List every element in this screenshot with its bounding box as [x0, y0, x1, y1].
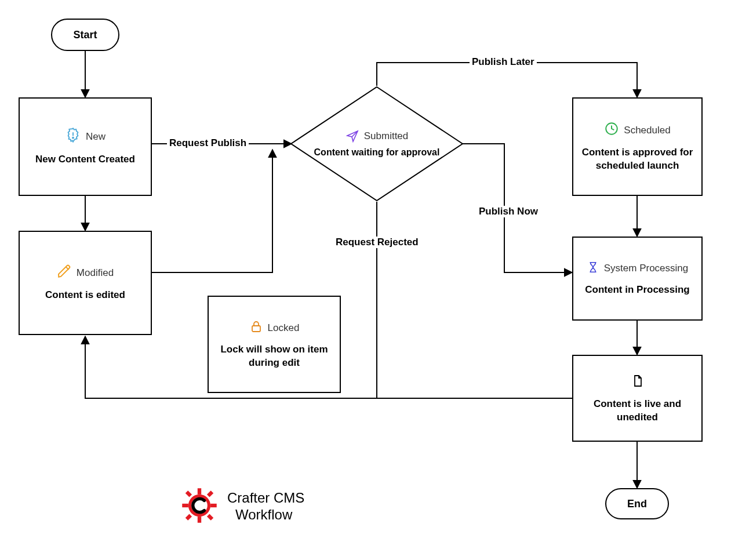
svg-rect-21 [186, 514, 192, 521]
new-icon-label: New [86, 131, 106, 143]
svg-rect-19 [186, 490, 192, 497]
svg-rect-22 [207, 514, 213, 521]
new-badge-icon [65, 127, 81, 146]
node-live: Content is live and unedited [572, 355, 703, 442]
start-terminator: Start [51, 19, 119, 51]
scheduled-icon-label: Scheduled [624, 125, 670, 136]
node-locked: Locked Lock will show on item during edi… [208, 296, 341, 393]
pencil-icon [57, 264, 72, 282]
node-modified: Modified Content is edited [19, 231, 152, 335]
lock-icon [249, 319, 263, 336]
node-scheduled: Scheduled Content is approved for schedu… [572, 97, 703, 196]
node-new: New New Content Created [19, 97, 152, 196]
processing-caption: Content in Processing [585, 283, 689, 296]
edge-publish-now: Publish Now [477, 206, 540, 217]
edge-request-publish: Request Publish [167, 137, 249, 149]
svg-point-8 [72, 137, 74, 139]
edge-publish-later: Publish Later [470, 56, 537, 68]
paper-plane-icon [345, 129, 359, 143]
submitted-icon-label: Submitted [364, 130, 409, 142]
svg-rect-20 [207, 490, 213, 497]
svg-rect-16 [198, 517, 201, 523]
locked-caption: Lock will show on item during edit [213, 343, 335, 369]
live-caption: Content is live and unedited [578, 398, 697, 423]
branding-line2: Workflow [227, 507, 304, 523]
svg-rect-10 [252, 326, 260, 332]
branding: Crafter CMS Workflow [180, 486, 304, 528]
clock-icon [604, 121, 619, 139]
document-icon [631, 373, 645, 392]
hourglass-icon [587, 261, 599, 277]
svg-rect-18 [210, 504, 217, 507]
svg-rect-17 [182, 504, 188, 507]
modified-caption: Content is edited [45, 289, 125, 301]
svg-rect-15 [198, 488, 201, 494]
end-terminator: End [605, 488, 669, 519]
modified-icon-label: Modified [77, 267, 114, 279]
start-label: Start [73, 29, 97, 41]
branding-line1: Crafter CMS [227, 490, 304, 507]
node-submitted: Submitted Content waiting for approval [290, 86, 464, 202]
end-label: End [627, 498, 647, 510]
processing-icon-label: System Processing [604, 263, 689, 274]
edge-request-rejected: Request Rejected [333, 237, 421, 248]
new-caption: New Content Created [35, 153, 135, 166]
crafter-gear-logo-icon [180, 486, 219, 528]
locked-icon-label: Locked [268, 322, 300, 334]
node-processing: System Processing Content in Processing [572, 237, 703, 321]
submitted-caption: Content waiting for approval [314, 147, 440, 159]
scheduled-caption: Content is approved for scheduled launch [578, 146, 697, 172]
